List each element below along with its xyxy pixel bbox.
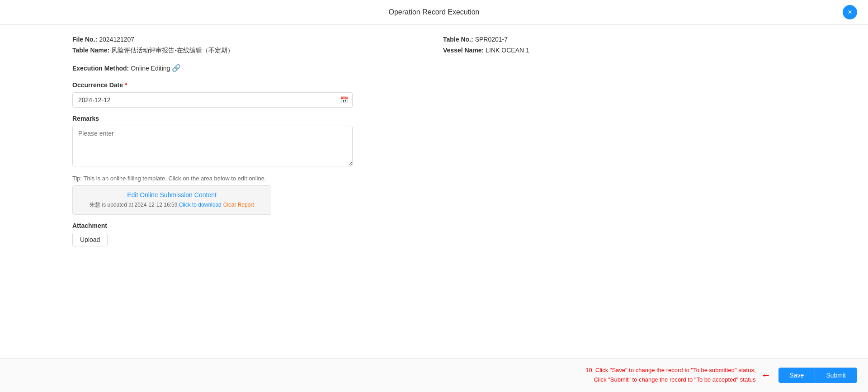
arrow-icon: ← [761,369,771,381]
edit-online-link[interactable]: Edit Online Submission Content [80,191,264,198]
upload-button[interactable]: Upload [72,233,108,246]
occurrence-date-label: Occurrence Date * [72,81,796,89]
table-no-label: Table No.: [443,36,473,43]
download-link[interactable]: Click to download [179,202,222,208]
execution-method-value: Online Editing [131,65,170,72]
attachment-section: Attachment Upload [72,222,796,246]
table-name-label: Table Name: [72,47,109,54]
footer-hint-text: 10. Click "Save" to change the record to… [585,366,755,385]
tag-icon: 🔗 [172,64,181,72]
remarks-section: Remarks [72,115,796,168]
table-name-value: 风险评估活动评审报告-在线编辑（不定期） [111,47,234,55]
remarks-label: Remarks [72,115,796,122]
tip-text: Tip: This is an online filling template.… [72,175,796,182]
footer-buttons: Save Submit [778,368,858,383]
vessel-name-label: Vessel Name: [443,47,484,54]
table-no-row: Table No.: SPR0201-7 [443,36,796,43]
info-rows-right: Table No.: SPR0201-7 Vessel Name: LINK O… [443,36,796,55]
vessel-name-row: Vessel Name: LINK OCEAN 1 [443,47,796,54]
info-rows-left: File No.: 2024121207 Table Name: 风险评估活动评… [72,36,425,55]
close-button[interactable]: × [843,5,857,19]
update-info: 朱慧 is updated at 2024-12-12 16:59,Click … [80,201,264,209]
info-grid: File No.: 2024121207 Table Name: 风险评估活动评… [72,36,796,55]
table-no-value: SPR0201-7 [475,36,508,43]
required-star: * [125,81,127,89]
execution-method-label: Execution Method: [72,65,129,72]
clear-report-link[interactable]: Clear Report [223,202,254,208]
table-name-row: Table Name: 风险评估活动评审报告-在线编辑（不定期） [72,47,425,55]
file-no-value: 2024121207 [99,36,134,43]
calendar-icon: 📅 [340,96,348,104]
submit-button[interactable]: Submit [815,368,857,383]
occurrence-date-input[interactable] [72,92,353,108]
footer-hint: 10. Click "Save" to change the record to… [11,366,771,385]
attachment-label: Attachment [72,222,796,229]
save-button[interactable]: Save [779,368,816,383]
modal-header: Operation Record Execution × [0,0,868,25]
modal-footer: 10. Click "Save" to change the record to… [0,358,868,392]
execution-method-row: Execution Method: Online Editing 🔗 [72,64,796,72]
occurrence-date-section: Occurrence Date * 📅 [72,81,796,108]
remarks-textarea[interactable] [72,126,353,166]
online-edit-box: Edit Online Submission Content 朱慧 is upd… [72,185,271,215]
modal-title: Operation Record Execution [389,8,480,16]
date-input-wrapper: 📅 [72,92,353,108]
file-no-label: File No.: [72,36,97,43]
update-info-prefix: 朱慧 is updated at 2024-12-12 16:59, [90,202,179,208]
file-no-row: File No.: 2024121207 [72,36,425,43]
modal-body: File No.: 2024121207 Table Name: 风险评估活动评… [0,25,868,266]
vessel-name-value: LINK OCEAN 1 [486,47,529,54]
